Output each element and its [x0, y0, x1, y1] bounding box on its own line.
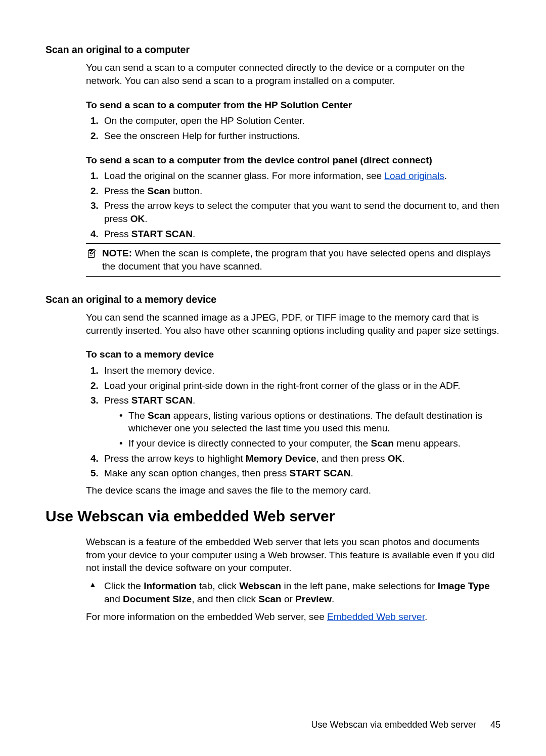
text: The: [128, 410, 148, 421]
list-item: Make any scan option changes, then press…: [101, 467, 500, 480]
list-item: Insert the memory device.: [101, 364, 500, 377]
note-label: NOTE:: [102, 248, 132, 258]
list-item: Load your original print-side down in th…: [101, 379, 500, 392]
note-box: NOTE: When the scan is complete, the pro…: [86, 243, 500, 276]
note-text: NOTE: When the scan is complete, the pro…: [102, 247, 500, 273]
page-number: 45: [490, 720, 500, 730]
list-item: If your device is directly connected to …: [119, 437, 500, 450]
steps-memory-device: Insert the memory device. Load your orig…: [86, 364, 500, 480]
subheading-control-panel: To send a scan to a computer from the de…: [86, 154, 500, 167]
text: , and then press: [316, 453, 388, 464]
text: .: [193, 395, 195, 406]
text: Make any scan option changes, then press: [104, 468, 290, 478]
heading-scan-to-memory: Scan an original to a memory device: [46, 293, 500, 306]
list-item: Press START SCAN. The Scan appears, list…: [101, 394, 500, 450]
ui-ref: Scan: [371, 438, 393, 449]
ui-ref: OK: [130, 213, 145, 224]
text: Press the arrow keys to select the compu…: [104, 200, 499, 224]
steps-control-panel: Load the original on the scanner glass. …: [86, 169, 500, 240]
text: .: [402, 453, 404, 464]
list-item: Press START SCAN.: [101, 228, 500, 241]
ui-ref: Memory Device: [246, 453, 316, 464]
text: .: [145, 213, 147, 224]
ui-ref: START SCAN: [290, 468, 351, 478]
steps-solution-center: On the computer, open the HP Solution Ce…: [86, 114, 500, 142]
text: menu appears.: [394, 438, 461, 449]
ui-ref: Image Type: [438, 581, 490, 591]
text: and: [104, 594, 123, 604]
text: For more information on the embedded Web…: [86, 611, 327, 622]
list-item: Click the Information tab, click Webscan…: [101, 580, 500, 605]
intro-para: You can send a scan to a computer connec…: [86, 61, 500, 87]
text: Press: [104, 229, 131, 239]
ui-ref: Scan: [148, 186, 170, 196]
list-item: The Scan appears, listing various option…: [119, 409, 500, 435]
text: When the scan is complete, the program t…: [102, 248, 491, 272]
text: .: [425, 611, 427, 622]
ui-ref: Document Size: [123, 594, 192, 604]
text: .: [351, 468, 353, 478]
text: , and then click: [192, 594, 258, 604]
outro-para: For more information on the embedded Web…: [86, 610, 500, 624]
intro-para: Webscan is a feature of the embedded Web…: [86, 536, 500, 574]
ui-ref: Scan: [258, 594, 281, 604]
text: If your device is directly connected to …: [128, 438, 371, 449]
text: button.: [170, 186, 202, 196]
steps-webscan: Click the Information tab, click Webscan…: [86, 580, 500, 605]
text: appears, listing various options or dest…: [128, 410, 482, 434]
list-item: Press the arrow keys to select the compu…: [101, 199, 500, 225]
list-item: See the onscreen Help for further instru…: [101, 129, 500, 143]
link-load-originals[interactable]: Load originals: [384, 170, 444, 181]
outro-para: The device scans the image and saves the…: [86, 484, 500, 497]
page-footer: Use Webscan via embedded Web server45: [311, 719, 500, 731]
footer-title: Use Webscan via embedded Web server: [311, 720, 476, 730]
list-item: Press the arrow keys to highlight Memory…: [101, 452, 500, 465]
list-item: On the computer, open the HP Solution Ce…: [101, 114, 500, 127]
text: Press the: [104, 186, 148, 196]
note-icon: [86, 247, 97, 273]
text: .: [332, 594, 334, 604]
ui-ref: OK: [388, 453, 402, 464]
text: in the left pane, make selections for: [281, 581, 437, 591]
ui-ref: Information: [144, 581, 197, 591]
text: Load the original on the scanner glass. …: [104, 170, 384, 181]
sub-bullets: The Scan appears, listing various option…: [104, 409, 500, 450]
heading-webscan: Use Webscan via embedded Web server: [46, 506, 500, 527]
ui-ref: Webscan: [239, 581, 281, 591]
ui-ref: Scan: [148, 410, 170, 421]
text: tab, click: [197, 581, 239, 591]
ui-ref: START SCAN: [131, 229, 193, 239]
text: .: [444, 170, 447, 181]
ui-ref: START SCAN: [131, 395, 193, 406]
text: Press the arrow keys to highlight: [104, 453, 246, 464]
ui-ref: Preview: [295, 594, 332, 604]
list-item: Load the original on the scanner glass. …: [101, 169, 500, 183]
intro-para: You can send the scanned image as a JPEG…: [86, 311, 500, 337]
text: Press: [104, 395, 131, 406]
text: .: [193, 229, 195, 239]
subheading-memory-device: To scan to a memory device: [86, 348, 500, 361]
list-item: Press the Scan button.: [101, 185, 500, 198]
heading-scan-to-computer: Scan an original to a computer: [46, 43, 500, 56]
text: or: [282, 594, 295, 604]
text: Click the: [104, 581, 144, 591]
link-embedded-web-server[interactable]: Embedded Web server: [327, 611, 425, 622]
subheading-solution-center: To send a scan to a computer from the HP…: [86, 99, 500, 112]
